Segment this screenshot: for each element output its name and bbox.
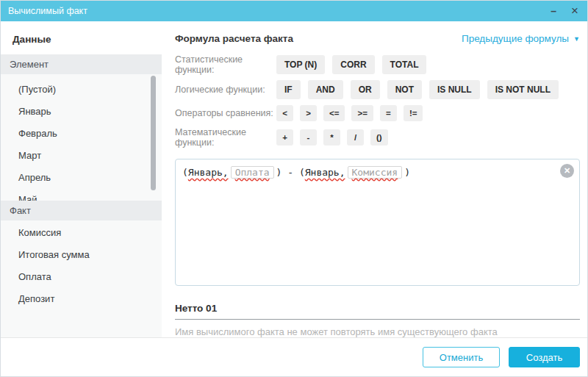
row-label: Логические функции:	[175, 85, 276, 95]
clear-formula-icon[interactable]: ✕	[560, 164, 574, 178]
element-item[interactable]: Февраль	[1, 123, 162, 145]
op-button-eq[interactable]: =	[380, 105, 397, 121]
window-controls: – ×	[551, 1, 587, 21]
formula-token: Комиссия	[348, 166, 403, 179]
math-functions-row: Математические функции: + - * / ()	[175, 127, 580, 148]
op-button-gte[interactable]: >=	[351, 105, 373, 121]
titlebar: Вычислимый факт – ×	[1, 1, 587, 21]
math-button-divide[interactable]: /	[347, 129, 364, 146]
window-title: Вычислимый факт	[8, 6, 87, 16]
func-button-is-null[interactable]: IS NULL	[429, 80, 480, 99]
func-button-total[interactable]: TOTAL	[382, 55, 427, 74]
section-header-fact: Факт	[1, 201, 162, 220]
math-button-minus[interactable]: -	[300, 129, 317, 146]
data-sidebar: Данные Элемент (Пустой) Январь Февраль М…	[1, 21, 162, 337]
scrollbar-thumb[interactable]	[151, 76, 156, 190]
func-button-top-n[interactable]: TOP (N)	[276, 55, 325, 74]
close-icon[interactable]: ×	[571, 1, 578, 21]
element-list: (Пустой) Январь Февраль Март Апрель Май	[1, 74, 162, 201]
fact-list: Комиссия Итоговая сумма Оплата Депозит	[1, 220, 162, 337]
op-button-neq[interactable]: !=	[404, 105, 423, 121]
sidebar-title: Данные	[1, 21, 162, 54]
formula-panel: Формула расчета факта Предыдущие формулы…	[162, 21, 587, 337]
minimize-icon[interactable]: –	[551, 1, 556, 21]
fact-name-section: Имя вычислимого факта не может повторять…	[175, 301, 580, 337]
element-item[interactable]: (Пустой)	[1, 79, 162, 101]
func-button-is-not-null[interactable]: IS NOT NULL	[487, 80, 559, 99]
func-button-and[interactable]: AND	[308, 80, 343, 99]
formula-text: ) - (	[276, 167, 305, 178]
formula-token-label[interactable]: Комиссия	[352, 167, 398, 178]
section-header-element: Элемент	[1, 54, 162, 74]
previous-formulas-label: Предыдущие формулы	[462, 33, 569, 44]
element-item[interactable]: Январь	[1, 101, 162, 123]
previous-formulas-dropdown[interactable]: Предыдущие формулы ▼	[462, 33, 580, 44]
element-item[interactable]: Март	[1, 145, 162, 167]
formula-text-error: Январь,	[188, 167, 229, 178]
formula-token-label[interactable]: Оплата	[235, 167, 270, 178]
op-button-lt[interactable]: <	[276, 105, 293, 121]
fact-name-input[interactable]	[175, 303, 580, 320]
formula-text: )	[404, 167, 410, 178]
math-button-parens[interactable]: ()	[370, 129, 388, 146]
cancel-button[interactable]: Отменить	[423, 347, 500, 367]
formula-panel-header: Формула расчета факта Предыдущие формулы…	[175, 33, 580, 44]
formula-token: Оплата	[231, 166, 274, 179]
row-label: Математические функции:	[175, 127, 276, 148]
fact-item[interactable]: Комиссия	[1, 222, 162, 244]
func-button-not[interactable]: NOT	[387, 80, 422, 99]
formula-text-error: Январь,	[305, 167, 345, 178]
statistical-functions-row: Статистические функции: TOP (N) CORR TOT…	[175, 54, 580, 75]
func-button-or[interactable]: OR	[351, 80, 380, 99]
func-button-corr[interactable]: CORR	[332, 55, 374, 74]
dialog-window: Вычислимый факт – × Данные Элемент (Пуст…	[0, 0, 588, 377]
fact-item[interactable]: Депозит	[1, 288, 162, 310]
dialog-footer: Отменить Создать	[1, 337, 587, 376]
math-button-plus[interactable]: +	[276, 129, 293, 146]
fact-item[interactable]: Оплата	[1, 266, 162, 288]
chevron-down-icon: ▼	[573, 35, 580, 43]
function-rows: Статистические функции: TOP (N) CORR TOT…	[175, 54, 580, 148]
fact-name-helper-text: Имя вычислимого факта не может повторять…	[175, 326, 580, 337]
row-label: Статистические функции:	[175, 54, 276, 75]
math-button-multiply[interactable]: *	[323, 129, 340, 146]
dialog-body: Данные Элемент (Пустой) Январь Февраль М…	[1, 21, 587, 337]
row-label: Операторы сравнения:	[175, 108, 276, 118]
func-button-if[interactable]: IF	[276, 80, 301, 99]
element-item[interactable]: Май	[1, 189, 162, 201]
element-item[interactable]: Апрель	[1, 167, 162, 189]
formula-text: (	[182, 167, 188, 178]
logical-functions-row: Логические функции: IF AND OR NOT IS NUL…	[175, 80, 580, 99]
formula-editor[interactable]: (Январь,Оплата) - (Январь,Комиссия) ✕	[175, 159, 580, 286]
op-button-lte[interactable]: <=	[323, 105, 345, 121]
create-button[interactable]: Создать	[509, 347, 580, 367]
fact-item[interactable]: Итоговая сумма	[1, 244, 162, 266]
panel-title: Формула расчета факта	[175, 33, 293, 44]
comparison-operators-row: Операторы сравнения: < > <= >= = !=	[175, 104, 580, 122]
op-button-gt[interactable]: >	[300, 105, 317, 121]
